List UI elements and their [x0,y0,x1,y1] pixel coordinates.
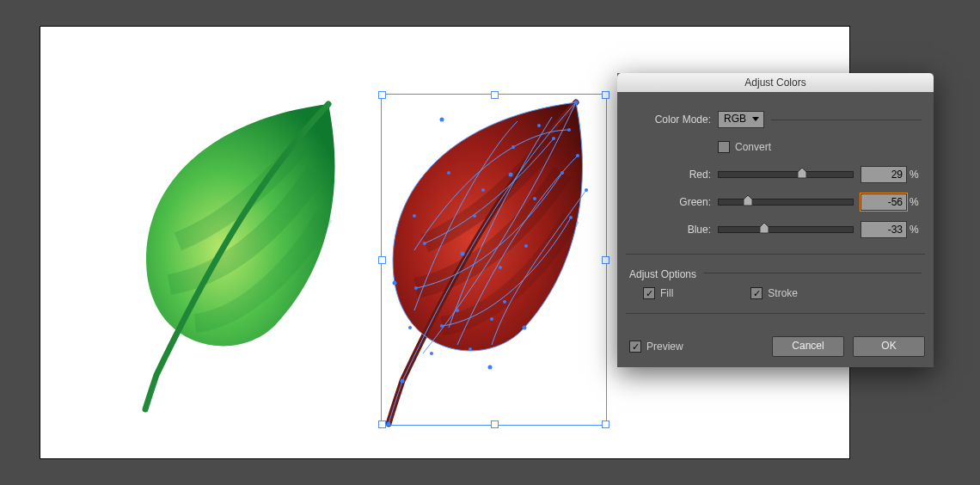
stroke-checkbox[interactable] [750,287,763,299]
cancel-button[interactable]: Cancel [772,336,844,357]
red-value[interactable]: 29 [861,166,907,183]
selection-handle[interactable] [378,91,386,99]
selection-handle[interactable] [378,256,386,264]
color-mode-select[interactable]: RGB [718,111,764,128]
fill-checkbox[interactable] [643,287,655,299]
red-label: Red: [629,169,718,181]
dialog-title[interactable]: Adjust Colors [617,73,934,92]
red-slider[interactable] [718,171,854,178]
green-label: Green: [629,196,718,208]
selection-handle[interactable] [378,421,386,428]
sample-leaf-green [118,95,358,414]
fill-label: Fill [660,287,673,299]
green-slider[interactable] [718,199,854,206]
selection-handle[interactable] [602,256,609,264]
adjust-colors-dialog[interactable]: Adjust Colors Color Mode: RGB Convert Re… [617,73,934,367]
convert-label: Convert [735,141,771,153]
selection-handle[interactable] [602,91,609,99]
preview-checkbox[interactable] [629,341,641,353]
ok-button[interactable]: OK [853,336,925,357]
color-mode-label: Color Mode: [629,114,718,126]
blue-value[interactable]: -33 [861,221,907,238]
green-value[interactable]: -56 [861,193,907,211]
preview-label: Preview [646,341,683,353]
selection-handle[interactable] [491,421,499,428]
selection-handle[interactable] [602,421,609,428]
convert-checkbox[interactable] [718,141,730,153]
selection-bounds[interactable] [381,94,607,426]
stroke-label: Stroke [768,287,798,299]
divider [703,273,922,273]
blue-label: Blue: [629,224,718,236]
blue-slider[interactable] [718,226,854,233]
selection-handle[interactable] [491,91,499,99]
adjust-options-title: Adjust Options [629,268,696,280]
divider [771,120,922,120]
